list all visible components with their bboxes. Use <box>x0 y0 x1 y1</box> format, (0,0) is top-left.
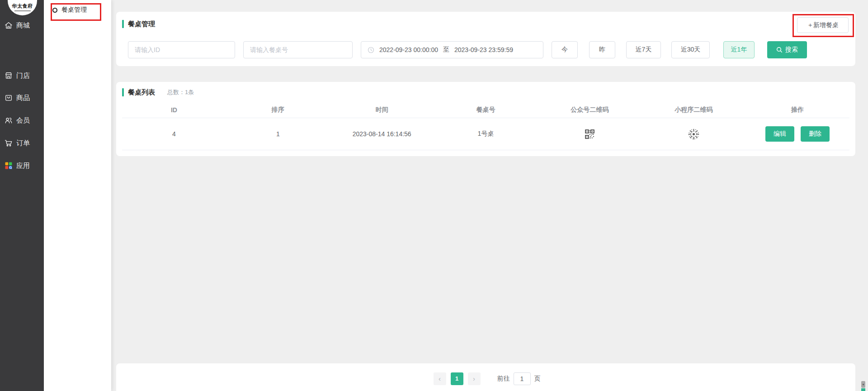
scrollbar-thumb[interactable]: ▾ <box>861 381 865 388</box>
add-table-button[interactable]: ＋新增餐桌 <box>797 17 849 33</box>
primary-sidebar: 华太食府 商城 门店 商品 会员 <box>0 0 44 391</box>
goto-label: 前往 <box>497 375 510 383</box>
sidebar-item-apps[interactable]: 应用 <box>0 157 44 175</box>
section-accent-bar <box>122 88 124 96</box>
table-row: 4 1 2023-08-14 16:14:56 1号桌 <box>122 118 849 150</box>
cell-miniprogram-qr <box>642 128 745 140</box>
date-start-value: 2022-09-23 00:00:00 <box>379 46 438 53</box>
quick-filter-7days-button[interactable]: 近7天 <box>626 41 661 58</box>
date-range-separator: 至 <box>443 46 449 54</box>
section-accent-bar <box>122 20 124 28</box>
logo-subtitle-line <box>14 10 31 11</box>
sidebar-item-label: 订单 <box>16 139 30 148</box>
sidebar-item-label: 商城 <box>16 21 30 30</box>
column-header-miniprogram-qr: 小程序二维码 <box>642 106 745 114</box>
store-icon <box>4 71 13 80</box>
pagination-page-1-button[interactable]: 1 <box>451 372 463 385</box>
page-unit-label: 页 <box>534 375 541 383</box>
column-header-actions: 操作 <box>745 106 849 114</box>
list-title: 餐桌列表 <box>128 88 155 97</box>
subnav-tab-table-management[interactable]: 餐桌管理 <box>52 6 87 14</box>
sidebar-item-goods[interactable]: 商品 <box>0 89 44 107</box>
sidebar-item-label: 商品 <box>16 94 30 102</box>
sidebar-item-label: 应用 <box>16 162 30 170</box>
quick-filter-1year-button[interactable]: 近1年 <box>723 41 755 58</box>
members-icon <box>4 116 13 125</box>
miniprogram-qr-icon[interactable] <box>688 128 700 140</box>
cell-actions: 编辑 删除 <box>745 126 849 142</box>
filter-card: 餐桌管理 ＋新增餐桌 2022-09-23 00:00:00 至 2023-09… <box>116 12 855 66</box>
chevron-left-icon: ‹ <box>439 375 441 382</box>
search-button[interactable]: 搜索 <box>767 41 807 58</box>
cell-time: 2023-08-14 16:14:56 <box>330 130 434 138</box>
main-content: 餐桌管理 ＋新增餐桌 2022-09-23 00:00:00 至 2023-09… <box>111 0 868 391</box>
goods-icon <box>4 93 13 102</box>
column-header-time: 时间 <box>330 106 434 114</box>
cell-sort: 1 <box>226 130 330 138</box>
column-header-id: ID <box>122 106 226 114</box>
pagination-next-button[interactable]: › <box>468 372 481 385</box>
goto-page-input[interactable] <box>514 372 531 385</box>
table-number-input[interactable] <box>243 41 353 58</box>
total-count-text: 总数：1条 <box>167 88 194 96</box>
pagination-goto-group: 前往 页 <box>497 372 541 385</box>
cell-table-no: 1号桌 <box>434 130 538 138</box>
quick-filter-yesterday-button[interactable]: 昨 <box>589 41 615 58</box>
home-icon <box>4 21 13 30</box>
delete-button[interactable]: 删除 <box>801 126 830 142</box>
table-list-card: 餐桌列表 总数：1条 ID 排序 时间 餐桌号 公众号二维码 小程序二维码 操作… <box>116 82 855 156</box>
scrollbar-bottom-accent <box>861 388 865 391</box>
sidebar-item-label: 门店 <box>16 72 30 80</box>
pagination-bar: ‹ 1 › 前往 页 <box>116 363 855 391</box>
app-root: 华太食府 商城 门店 商品 会员 <box>0 0 868 391</box>
data-table: ID 排序 时间 餐桌号 公众号二维码 小程序二维码 操作 4 1 2023-0… <box>122 102 849 150</box>
clock-icon <box>368 47 374 53</box>
sidebar-item-members[interactable]: 会员 <box>0 111 44 129</box>
search-icon <box>776 47 783 53</box>
cart-icon <box>4 138 13 148</box>
quick-filter-today-button[interactable]: 今 <box>552 41 578 58</box>
search-button-label: 搜索 <box>785 46 798 54</box>
quick-filter-30days-button[interactable]: 近30天 <box>671 41 710 58</box>
chevron-right-icon: › <box>473 375 475 382</box>
secondary-sidebar: 餐桌管理 <box>44 0 111 391</box>
qr-code-icon[interactable] <box>585 129 595 139</box>
sidebar-item-store[interactable]: 门店 <box>0 67 44 85</box>
cell-official-qr <box>538 129 642 139</box>
column-header-sort: 排序 <box>226 106 330 114</box>
sidebar-item-mall[interactable]: 商城 <box>0 16 44 34</box>
column-header-table-no: 餐桌号 <box>434 106 538 114</box>
logo: 华太食府 <box>8 0 37 15</box>
list-card-title-row: 餐桌列表 总数：1条 <box>122 88 194 97</box>
column-header-official-qr: 公众号二维码 <box>538 106 642 114</box>
radio-circle-icon <box>52 8 57 13</box>
logo-text: 华太食府 <box>12 3 33 10</box>
id-input[interactable] <box>128 41 235 58</box>
sidebar-item-orders[interactable]: 订单 <box>0 134 44 152</box>
sidebar-item-label: 会员 <box>16 116 30 125</box>
pagination-prev-button[interactable]: ‹ <box>434 372 446 385</box>
edit-button[interactable]: 编辑 <box>765 126 794 142</box>
subnav-tab-label: 餐桌管理 <box>61 6 87 14</box>
date-range-picker[interactable]: 2022-09-23 00:00:00 至 2023-09-23 23:59:5… <box>361 41 543 58</box>
filter-card-title-row: 餐桌管理 <box>122 19 155 29</box>
table-header-row: ID 排序 时间 餐桌号 公众号二维码 小程序二维码 操作 <box>122 102 849 118</box>
page-title: 餐桌管理 <box>128 20 155 29</box>
cell-id: 4 <box>122 130 226 138</box>
date-end-value: 2023-09-23 23:59:59 <box>454 46 513 53</box>
apps-icon <box>4 161 13 170</box>
